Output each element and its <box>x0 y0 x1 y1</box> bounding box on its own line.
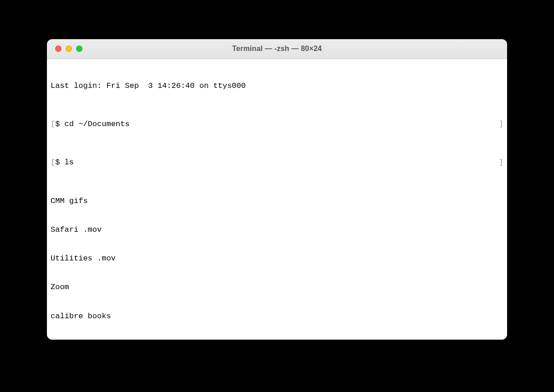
output-text: calibre books <box>51 311 111 321</box>
bracket-open: [ <box>51 119 55 129</box>
output-text: Utilities .mov <box>51 254 116 263</box>
output-text: CMM gifs <box>51 196 88 206</box>
command-line: [$ cd ~/Documents] <box>51 119 503 129</box>
last-login-line: Last login: Fri Sep 3 14:26:40 on ttys00… <box>51 81 503 91</box>
output-text: Safari .mov <box>51 225 102 234</box>
traffic-lights <box>47 46 82 52</box>
close-button[interactable] <box>55 46 62 52</box>
minimize-button[interactable] <box>66 46 72 52</box>
bracket-close: ] <box>499 158 503 167</box>
last-login-text: Last login: Fri Sep 3 14:26:40 on ttys00… <box>51 81 246 91</box>
output-line: Safari .mov <box>51 225 503 234</box>
prompt: $ <box>55 158 64 167</box>
output-line: Zoom <box>51 282 503 292</box>
bracket-open: [ <box>51 158 55 167</box>
command-line: [$ ls] <box>51 158 503 167</box>
terminal-window: Terminal — -zsh — 80×24 Last login: Fri … <box>47 39 507 340</box>
output-line: CMM gifs <box>51 196 503 206</box>
prompt: $ <box>55 119 64 129</box>
output-text: Zoom <box>51 282 69 292</box>
terminal-body[interactable]: Last login: Fri Sep 3 14:26:40 on ttys00… <box>47 59 507 340</box>
command-text: cd ~/Documents <box>65 119 130 129</box>
output-line: calibre books <box>51 311 503 321</box>
titlebar[interactable]: Terminal — -zsh — 80×24 <box>47 39 507 59</box>
output-line: Utilities .mov <box>51 254 503 263</box>
maximize-button[interactable] <box>76 46 82 52</box>
bracket-close: ] <box>499 119 503 129</box>
window-title: Terminal — -zsh — 80×24 <box>47 45 507 53</box>
command-text: ls <box>65 158 74 167</box>
